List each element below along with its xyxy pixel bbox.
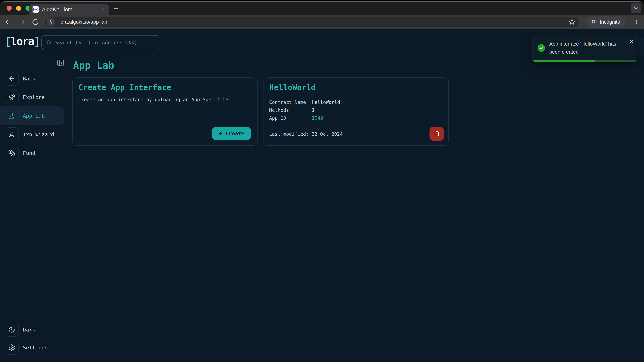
toast-progress-bar: [532, 60, 637, 62]
card-description: Create an app interface by uploading an …: [78, 97, 252, 102]
create-app-interface-card: Create App Interface Create an app inter…: [72, 77, 258, 146]
coins-icon: [5, 146, 19, 160]
sidebar-collapse-icon[interactable]: [57, 59, 64, 67]
toast-message: App interface 'HelloWorld' has been crea…: [549, 40, 625, 56]
tab-strip: [ak] AlgoKit - lora: [0, 2, 644, 15]
incognito-icon: [590, 19, 597, 25]
card-title: Create App Interface: [78, 83, 252, 92]
sidebar-item-explore[interactable]: Explore: [0, 90, 66, 104]
sidebar-item-label: App Lab: [23, 113, 45, 119]
gear-icon: [5, 341, 19, 355]
browser-toolbar: lora.algokit.io/app-lab Incognito: [0, 15, 644, 29]
last-modified-text: Last modified: 22 Oct 2024: [269, 131, 343, 141]
url-text[interactable]: lora.algokit.io/app-lab: [59, 19, 564, 25]
detail-row-app-id: App ID 1048: [269, 115, 442, 121]
arrow-left-icon: [5, 71, 19, 86]
search-icon: [46, 40, 52, 45]
sidebar-item-fund[interactable]: Fund: [0, 146, 66, 160]
moon-icon: [5, 323, 19, 337]
create-button[interactable]: + Create: [212, 127, 251, 140]
tab-favicon-icon: [ak]: [32, 6, 39, 12]
sidebar-item-txn-wizard[interactable]: Txn Wizard: [0, 127, 66, 141]
tab-search-button[interactable]: [630, 3, 641, 13]
flask-icon: [5, 109, 19, 123]
cards-row: Create App Interface Create an app inter…: [72, 77, 448, 146]
detail-row-methods: Methods 1: [269, 107, 442, 113]
lora-logo[interactable]: [lora]: [5, 35, 40, 48]
browser-tab[interactable]: [ak] AlgoKit - lora: [29, 4, 109, 15]
forward-icon[interactable]: [18, 18, 26, 26]
sidebar-item-app-lab[interactable]: App Lab: [0, 106, 64, 125]
card-footer: Last modified: 22 Oct 2024: [269, 127, 444, 141]
back-icon[interactable]: [4, 18, 12, 26]
incognito-badge: Incognito: [585, 16, 625, 27]
sidebar: Back Explore App Lab: [0, 56, 67, 362]
reload-icon[interactable]: [32, 18, 39, 25]
sidebar-item-settings[interactable]: Settings: [0, 341, 66, 355]
toast-close-icon[interactable]: [629, 39, 634, 44]
sidebar-item-label: Txn Wizard: [23, 131, 54, 137]
plus-icon: +: [219, 130, 222, 137]
sidebar-item-label: Settings: [23, 345, 48, 351]
minimize-window-button[interactable]: [16, 6, 21, 11]
close-window-button[interactable]: [7, 6, 12, 11]
browser-window: [ak] AlgoKit - lora lora.algokit.io/a: [0, 1, 644, 362]
page-title: App Lab: [73, 60, 114, 71]
lora-app: [lora] Back: [0, 29, 644, 362]
toast-progress-fill: [532, 60, 595, 62]
sidebar-item-theme-dark[interactable]: Dark: [0, 323, 66, 337]
detail-row-contract-name: Contract Name HelloWorld: [269, 99, 442, 105]
toast-body: App interface 'HelloWorld' has been crea…: [532, 36, 637, 60]
new-tab-button[interactable]: [113, 5, 120, 12]
tab-close-icon[interactable]: [100, 7, 105, 12]
sidebar-item-label: Explore: [23, 94, 45, 100]
app-id-link[interactable]: 1048: [312, 115, 323, 121]
success-check-icon: [538, 44, 545, 52]
bookmark-star-icon[interactable]: [568, 18, 575, 25]
incognito-label: Incognito: [600, 19, 620, 25]
helloworld-app-card: HelloWorld Contract Name HelloWorld Meth…: [263, 77, 448, 146]
card-title: HelloWorld: [269, 83, 442, 92]
sidebar-item-label: Back: [23, 76, 36, 82]
sidebar-item-back[interactable]: Back: [0, 71, 66, 86]
telescope-icon: [5, 90, 19, 104]
sidebar-nav: Back Explore App Lab: [0, 71, 66, 160]
sidebar-item-label: Fund: [23, 150, 36, 156]
create-button-label: Create: [226, 130, 244, 136]
browser-menu-icon[interactable]: [633, 18, 640, 25]
window-controls: [7, 6, 30, 11]
address-bar[interactable]: lora.algokit.io/app-lab: [45, 16, 579, 27]
tab-title: AlgoKit - lora: [42, 6, 98, 12]
site-settings-icon[interactable]: [46, 17, 55, 26]
delete-app-button[interactable]: [430, 127, 444, 141]
success-toast: App interface 'HelloWorld' has been crea…: [532, 36, 637, 62]
sidebar-item-label: Dark: [23, 327, 36, 333]
main-content: App Lab Create App Interface Create an a…: [68, 29, 644, 362]
sidebar-bottom-nav: Dark Settings: [0, 323, 66, 355]
wizard-hat-icon: [5, 127, 19, 141]
trash-icon: [434, 131, 440, 137]
app-details: Contract Name HelloWorld Methods 1 App I…: [269, 99, 442, 121]
